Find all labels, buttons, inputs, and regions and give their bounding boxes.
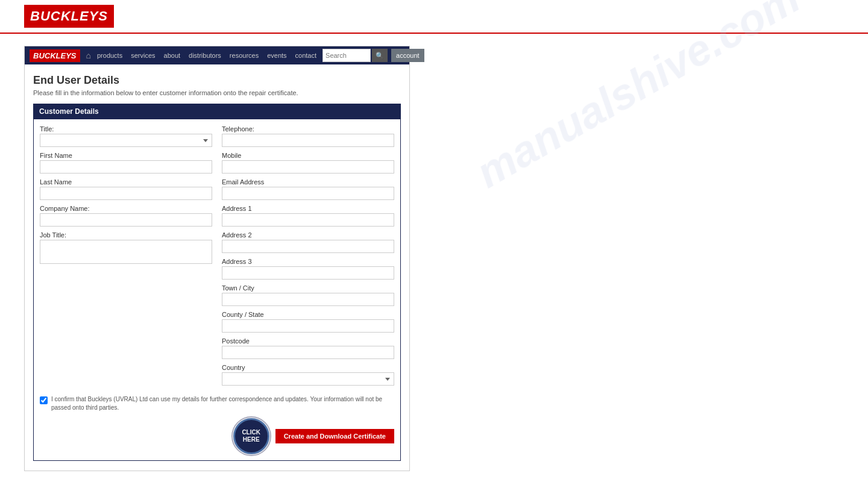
address3-input[interactable] bbox=[222, 266, 394, 280]
form-group-county-state: County / State bbox=[222, 311, 394, 333]
page-title: End User Details bbox=[33, 74, 401, 87]
customer-details-body: Title: Mr Mrs Ms Dr Prof bbox=[33, 119, 401, 461]
consent-text: I confirm that Buckleys (UVRAL) Ltd can … bbox=[51, 395, 394, 412]
click-here-line1: CLICK bbox=[242, 429, 260, 436]
account-button[interactable]: account bbox=[391, 49, 424, 62]
bottom-nav: ⌂ ⏮ ◀ ▶ ⏭ bbox=[0, 483, 868, 488]
postcode-input[interactable] bbox=[222, 346, 394, 359]
form-group-mobile: Mobile bbox=[222, 152, 394, 174]
nav-link-services[interactable]: services bbox=[128, 51, 157, 60]
form-group-telephone: Telephone: bbox=[222, 125, 394, 147]
search-bar: 🔍 bbox=[322, 49, 388, 62]
label-mobile: Mobile bbox=[222, 152, 394, 159]
address1-input[interactable] bbox=[222, 213, 394, 227]
county-state-input[interactable] bbox=[222, 319, 394, 333]
form-group-address1: Address 1 bbox=[222, 205, 394, 227]
label-title: Title: bbox=[40, 125, 212, 133]
home-nav-icon[interactable]: ⌂ bbox=[86, 51, 91, 60]
address2-input[interactable] bbox=[222, 240, 394, 253]
top-logo: BUCKLEYS bbox=[24, 5, 114, 28]
first-name-input[interactable] bbox=[40, 160, 212, 174]
email-input[interactable] bbox=[222, 187, 394, 200]
create-download-button[interactable]: Create and Download Certificate bbox=[275, 429, 394, 443]
form-group-country: Country United Kingdom United States Ire… bbox=[222, 364, 394, 386]
form-group-address3: Address 3 bbox=[222, 258, 394, 280]
form-two-col: Title: Mr Mrs Ms Dr Prof bbox=[40, 125, 394, 390]
form-group-postcode: Postcode bbox=[222, 337, 394, 359]
browser-mockup: BUCKLEYS ⌂ products services about distr… bbox=[24, 46, 410, 471]
form-group-job-title: Job Title: bbox=[40, 231, 212, 264]
nav-link-resources[interactable]: resources bbox=[227, 51, 261, 60]
country-select[interactable]: United Kingdom United States Ireland Fra… bbox=[222, 372, 394, 386]
label-first-name: First Name bbox=[40, 152, 212, 159]
top-logo-text: BUCKLEYS bbox=[30, 8, 108, 23]
company-name-input[interactable] bbox=[40, 213, 212, 227]
nav-link-distributors[interactable]: distributors bbox=[186, 51, 224, 60]
nav-link-contact[interactable]: contact bbox=[293, 51, 319, 60]
job-title-input[interactable] bbox=[40, 240, 212, 264]
label-telephone: Telephone: bbox=[222, 125, 394, 133]
label-county-state: County / State bbox=[222, 311, 394, 318]
form-group-company-name: Company Name: bbox=[40, 205, 212, 227]
telephone-input[interactable] bbox=[222, 134, 394, 147]
label-town-city: Town / City bbox=[222, 284, 394, 292]
form-group-address2: Address 2 bbox=[222, 231, 394, 253]
form-group-town-city: Town / City bbox=[222, 284, 394, 306]
form-area: End User Details Please fill in the info… bbox=[25, 64, 409, 471]
inner-nav-logo-text: BUCKLEYS bbox=[33, 51, 77, 60]
label-address1: Address 1 bbox=[222, 205, 394, 212]
customer-details-header: Customer Details bbox=[33, 104, 401, 119]
form-left-col: Title: Mr Mrs Ms Dr Prof bbox=[40, 125, 212, 390]
label-postcode: Postcode bbox=[222, 337, 394, 345]
form-group-last-name: Last Name bbox=[40, 178, 212, 200]
click-here-line2: HERE bbox=[243, 436, 260, 443]
search-button[interactable]: 🔍 bbox=[372, 49, 388, 62]
label-country: Country bbox=[222, 364, 394, 371]
form-right-col: Telephone: Mobile Email Address bbox=[222, 125, 394, 390]
label-address3: Address 3 bbox=[222, 258, 394, 265]
label-address2: Address 2 bbox=[222, 231, 394, 239]
customer-details-section: Customer Details Title: Mr Mrs bbox=[33, 104, 401, 461]
main-content: BUCKLEYS ⌂ products services about distr… bbox=[0, 34, 868, 483]
submit-row: CLICK HERE Create and Download Certifica… bbox=[40, 418, 394, 454]
nav-link-events[interactable]: events bbox=[265, 51, 289, 60]
inner-nav-logo: BUCKLEYS bbox=[30, 49, 80, 62]
form-group-title: Title: Mr Mrs Ms Dr Prof bbox=[40, 125, 212, 147]
search-input[interactable] bbox=[322, 49, 371, 62]
title-select[interactable]: Mr Mrs Ms Dr Prof bbox=[40, 134, 212, 147]
town-city-input[interactable] bbox=[222, 293, 394, 306]
label-company-name: Company Name: bbox=[40, 205, 212, 212]
consent-checkbox-row: I confirm that Buckleys (UVRAL) Ltd can … bbox=[40, 395, 394, 412]
mobile-input[interactable] bbox=[222, 160, 394, 174]
label-email: Email Address bbox=[222, 178, 394, 186]
form-group-first-name: First Name bbox=[40, 152, 212, 174]
top-header: BUCKLEYS bbox=[0, 0, 868, 34]
label-job-title: Job Title: bbox=[40, 231, 212, 239]
click-here-button[interactable]: CLICK HERE bbox=[233, 418, 269, 454]
form-group-email: Email Address bbox=[222, 178, 394, 200]
nav-link-products[interactable]: products bbox=[95, 51, 125, 60]
label-last-name: Last Name bbox=[40, 178, 212, 186]
nav-link-about[interactable]: about bbox=[162, 51, 183, 60]
page-subtitle: Please fill in the information below to … bbox=[33, 89, 401, 96]
consent-checkbox[interactable] bbox=[40, 396, 48, 404]
last-name-input[interactable] bbox=[40, 187, 212, 200]
inner-nav: BUCKLEYS ⌂ products services about distr… bbox=[25, 46, 409, 64]
